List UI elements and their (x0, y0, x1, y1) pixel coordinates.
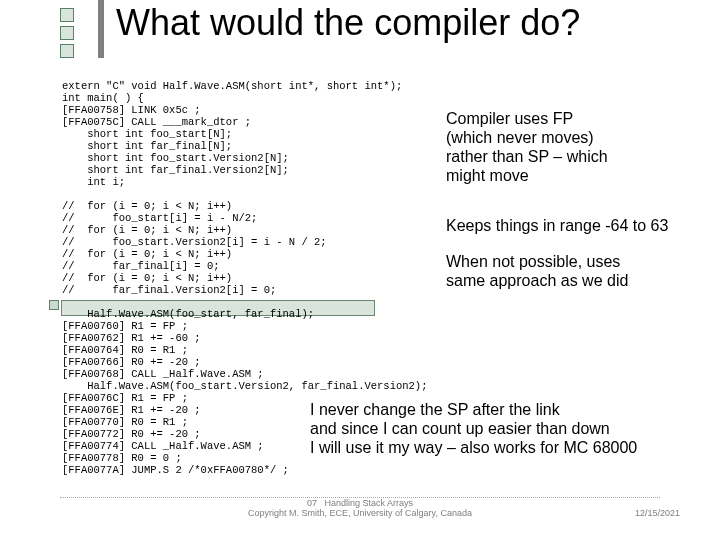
title-divider (98, 0, 104, 58)
title-bar: What would the compiler do? (0, 0, 720, 58)
slide-title: What would the compiler do? (116, 2, 580, 44)
annotation-fp: Compiler uses FP(which never moves)rathe… (446, 109, 608, 185)
annotation-approach: When not possible, usessame approach as … (446, 252, 628, 290)
footer-center: 07 Handling Stack ArraysCopyright M. Smi… (60, 497, 660, 518)
bullet-box (60, 8, 74, 22)
annotation-range: Keeps things in range -64 to 63 (446, 216, 668, 235)
title-bullets (60, 8, 74, 62)
footer-date: 12/15/2021 (635, 508, 680, 518)
bullet-box (60, 26, 74, 40)
footer-page: 07 (307, 498, 317, 508)
footer-text: Handling Stack ArraysCopyright M. Smith,… (248, 498, 472, 518)
bullet-box (60, 44, 74, 58)
row-bullet (49, 300, 59, 310)
annotation-sp: I never change the SP after the linkand … (310, 400, 637, 457)
